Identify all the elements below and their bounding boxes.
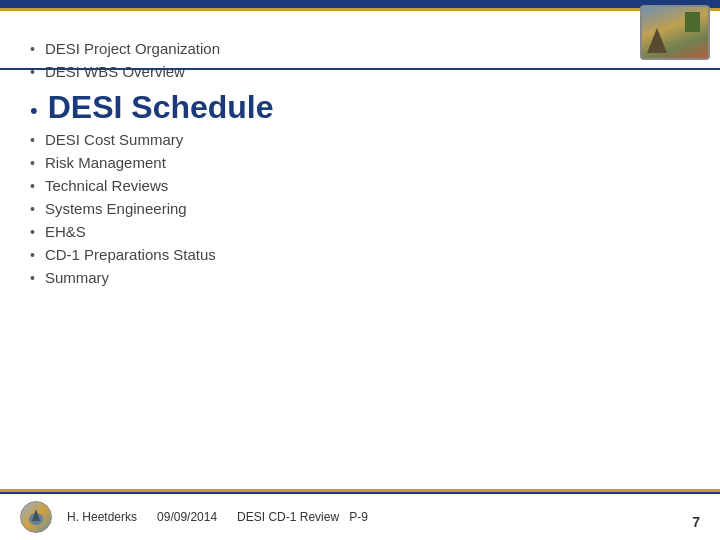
logo-image [640, 5, 710, 60]
list-item: • EH&S [30, 223, 630, 240]
bullet-label: Systems Engineering [45, 200, 187, 217]
main-content: • DESI Project Organization • DESI WBS O… [30, 20, 630, 490]
highlight-label: DESI Schedule [48, 90, 274, 125]
footer: H. Heetderks 09/09/2014 DESI CD-1 Review… [0, 492, 720, 540]
bullet-label: EH&S [45, 223, 86, 240]
bullet-icon: • [30, 155, 35, 171]
accent-bar [0, 8, 720, 11]
footer-author: H. Heetderks [67, 510, 137, 524]
list-item: • DESI Cost Summary [30, 131, 630, 148]
bullet-label: Risk Management [45, 154, 166, 171]
bullet-label: DESI Project Organization [45, 40, 220, 57]
bullet-icon: • [30, 224, 35, 240]
footer-text: H. Heetderks 09/09/2014 DESI CD-1 Review… [67, 510, 368, 524]
bullet-icon: • [30, 270, 35, 286]
bullet-label: DESI WBS Overview [45, 63, 185, 80]
list-item: • DESI WBS Overview [30, 63, 630, 80]
top-bar [0, 0, 720, 8]
page-number: 7 [692, 514, 700, 530]
bullet-label: Technical Reviews [45, 177, 168, 194]
bullet-icon: • [30, 64, 35, 80]
bullet-label: Summary [45, 269, 109, 286]
bullet-icon: • [30, 201, 35, 217]
bullet-label: CD-1 Preparations Status [45, 246, 216, 263]
bullet-icon: • [30, 132, 35, 148]
bullet-icon: • [30, 247, 35, 263]
footer-logo [20, 501, 52, 533]
footer-date: 09/09/2014 [157, 510, 217, 524]
list-item: • Risk Management [30, 154, 630, 171]
list-item: • CD-1 Preparations Status [30, 246, 630, 263]
bullet-icon-large: • [30, 100, 38, 122]
list-item: • DESI Project Organization [30, 40, 630, 57]
list-item: • Systems Engineering [30, 200, 630, 217]
highlighted-list-item: • DESI Schedule [30, 90, 630, 125]
bullet-label: DESI Cost Summary [45, 131, 183, 148]
list-item: • Technical Reviews [30, 177, 630, 194]
bullet-icon: • [30, 41, 35, 57]
list-item: • Summary [30, 269, 630, 286]
bullet-icon: • [30, 178, 35, 194]
footer-review-label: DESI CD-1 Review P-9 [237, 510, 368, 524]
